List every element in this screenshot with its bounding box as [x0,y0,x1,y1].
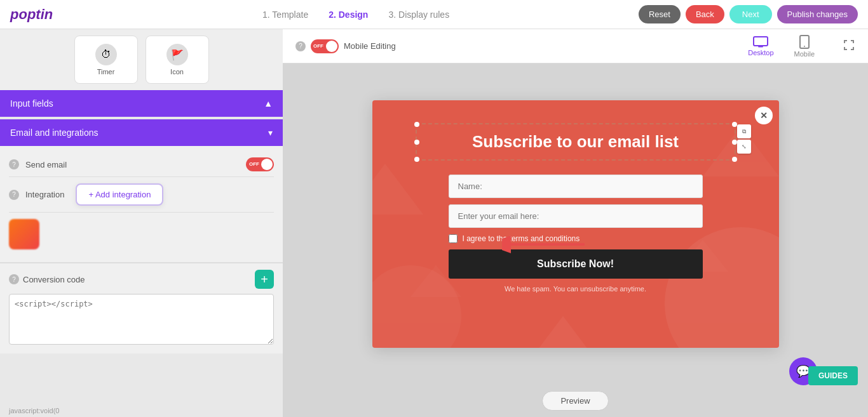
step-2[interactable]: 2. Design [329,10,368,20]
desktop-icon [753,36,768,48]
icon-widget-icon: 🚩 [166,44,188,65]
preview-button[interactable]: Preview [542,391,608,411]
send-email-toggle[interactable]: OFF [246,157,274,171]
send-email-label: Send email [25,160,67,169]
mobile-view-btn[interactable]: Mobile [794,35,815,58]
email-integrations-content: ? Send email OFF ? Integration + Add int… [0,146,283,262]
terms-label: I agree to the terms and conditions [463,234,580,243]
toggle-knob [261,159,273,170]
conversion-question-icon[interactable]: ? [9,274,19,284]
email-integrations-label: Email and integrations [10,128,98,138]
add-integration-button[interactable]: + Add integration [76,183,163,206]
timer-label: Timer [97,68,115,76]
conversion-code-textarea[interactable] [9,294,274,345]
integration-logo[interactable] [9,219,39,249]
next-button[interactable]: Next [729,5,772,23]
logo-text: poptin [10,6,53,23]
svg-point-5 [372,265,461,348]
mobile-editing-label: Mobile Editing [344,41,396,51]
widgets-row: ⏱ Timer 🚩 Icon [0,29,283,90]
checkbox-row: I agree to the terms and conditions [449,234,580,243]
mobile-toggle-knob [326,41,337,52]
anchor-bl [414,157,419,162]
anchor-tl [414,122,419,127]
conversion-code-section: ? Conversion code + [0,262,283,354]
email-integrations-header[interactable]: Email and integrations ▾ [0,119,283,146]
integration-question-icon[interactable]: ? [9,190,19,200]
sidebar: ⏱ Timer 🚩 Icon Input fields ▲ Email and … [0,29,283,417]
popup-close-button[interactable]: ✕ [755,107,773,124]
conversion-code-label: Conversion code [23,275,85,284]
anchor-br [732,157,737,162]
integration-row: ? Integration + Add integration [9,177,274,213]
reset-button[interactable]: Reset [639,5,681,23]
popup-form: I agree to the terms and conditions Subs… [449,175,703,293]
svg-marker-8 [525,316,601,348]
sidebar-bottom-bar: javascript:void(0 [0,404,283,417]
terms-checkbox[interactable] [449,234,458,243]
svg-marker-6 [372,164,423,215]
spam-text: We hate spam. You can unsubscribe anytim… [505,285,646,293]
integration-label: Integration [25,190,64,199]
mobile-editing-toggle[interactable]: OFF [311,39,339,53]
input-fields-section: Input fields ▲ [0,90,283,117]
mobile-icon [799,35,810,49]
send-email-row: ? Send email OFF [9,152,274,177]
conversion-code-header: ? Conversion code + [9,270,274,289]
input-fields-header[interactable]: Input fields ▲ [0,90,283,117]
svg-rect-0 [754,37,768,46]
canvas-popup-area: ✕ Subscribe to our email list ⧉ ⤡ [283,63,868,385]
publish-button[interactable]: Publish changes [777,5,858,23]
canvas: ? OFF Mobile Editing Desktop Mobile [283,29,868,417]
mobile-toggle-text: OFF [313,43,323,49]
guides-button[interactable]: GUIDES [808,366,858,385]
timer-widget[interactable]: ⏱ Timer [74,36,138,84]
header: poptin 1. Template 2. Design 3. Display … [0,0,868,29]
popup-title: Subscribe to our email list [472,132,679,152]
popup-container: ✕ Subscribe to our email list ⧉ ⤡ [372,100,779,348]
input-fields-label: Input fields [10,98,53,109]
view-switcher: Desktop Mobile [748,35,855,58]
anchor-tr [732,122,737,127]
subscribe-button[interactable]: Subscribe Now! [449,249,703,279]
expand-btn[interactable] [843,39,855,54]
popup-title-tools: ⧉ ⤡ [737,124,751,154]
integration-logos-row [9,213,274,256]
add-conversion-button[interactable]: + [255,270,274,289]
steps-nav: 1. Template 2. Design 3. Display rules [73,10,639,20]
canvas-toolbar: ? OFF Mobile Editing Desktop Mobile [283,29,868,63]
step-1[interactable]: 1. Template [262,10,308,20]
anchor-mr [732,140,737,145]
main-layout: ⏱ Timer 🚩 Icon Input fields ▲ Email and … [0,29,868,417]
copy-tool-btn[interactable]: ⧉ [737,124,751,138]
icon-widget[interactable]: 🚩 Icon [146,36,209,84]
email-integrations-chevron: ▾ [268,128,273,138]
email-integrations-section: Email and integrations ▾ ? Send email OF… [0,117,283,262]
canvas-footer: Preview [283,385,868,417]
desktop-view-btn[interactable]: Desktop [748,36,773,56]
mobile-question-icon[interactable]: ? [295,41,306,51]
back-button[interactable]: Back [686,5,724,23]
conversion-code-label-row: ? Conversion code [9,274,85,284]
toggle-off-text: OFF [249,161,259,167]
mobile-editing-row: ? OFF Mobile Editing [295,39,396,53]
svg-point-3 [804,46,805,47]
logo[interactable]: poptin [10,6,53,23]
mobile-label: Mobile [794,50,815,58]
svg-rect-1 [758,46,763,48]
icon-widget-label: Icon [170,68,184,76]
input-fields-chevron: ▲ [264,98,273,109]
expand-icon [843,39,855,51]
send-email-question-icon[interactable]: ? [9,159,19,169]
timer-icon: ⏱ [95,44,117,65]
popup-title-area[interactable]: Subscribe to our email list ⧉ ⤡ [416,123,736,161]
resize-tool-btn[interactable]: ⤡ [737,140,751,154]
popup-name-input[interactable] [449,175,703,198]
anchor-ml [414,140,419,145]
desktop-label: Desktop [748,49,773,56]
header-actions: Reset Back Next Publish changes [639,5,858,23]
step-3[interactable]: 3. Display rules [388,10,449,20]
popup-email-input[interactable] [449,204,703,228]
